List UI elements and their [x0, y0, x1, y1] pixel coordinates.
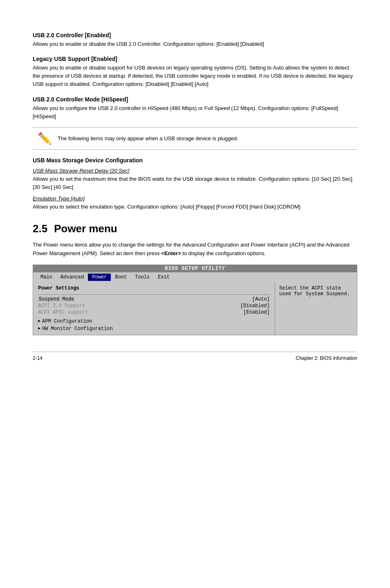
chapter-intro: The Power menu items allow you to change…	[33, 241, 357, 258]
note-icon: ✏️	[38, 132, 52, 145]
emulation-type-heading: Emulation Type [Auto]	[33, 195, 357, 202]
bios-screen: BIOS SETUP UTILITY Main Advanced Power B…	[33, 265, 357, 335]
usb-mass-storage-heading: USB Mass Storage Device Configuration	[33, 157, 357, 164]
bios-label-acpi20: ACPI 2.0 Support	[38, 303, 85, 309]
chapter-title-text: Power menu	[54, 222, 117, 235]
chapter-number: 2.5	[33, 222, 47, 235]
bios-body: Power Settings Suspend Mode [Auto] ACPI …	[33, 282, 357, 335]
legacy-usb-body: Allows you to enable or disable support …	[33, 64, 357, 88]
reset-delay-body: Allows you to set the maximum time that …	[33, 175, 357, 191]
bios-arrow-hwmon: ►	[38, 326, 40, 331]
bios-submenu-hwmon[interactable]: ► HW Monitor Configuration	[38, 326, 270, 332]
bios-menu-main[interactable]: Main	[36, 274, 56, 281]
note-text: The following items may only appear when…	[58, 135, 238, 141]
usb-controller-mode-heading: USB 2.0 Controller Mode [HiSpeed]	[33, 96, 357, 103]
enter-key-text: <Enter>	[161, 250, 181, 256]
bios-submenu-apm-label: APM Configuration	[42, 319, 92, 324]
bios-section-label: Power Settings	[38, 285, 270, 291]
bios-arrow-apm: ►	[38, 319, 40, 323]
chapter-title: 2.5 Power menu	[33, 222, 357, 235]
bios-value-acpi-apic: [Enabled]	[243, 310, 270, 315]
usb-controller-section: USB 2.0 Controller [Enabled] Allows you …	[33, 32, 357, 48]
bios-item-suspend-mode[interactable]: Suspend Mode [Auto]	[38, 296, 270, 302]
emulation-type-item: Emulation Type [Auto] Allows you to sele…	[33, 195, 357, 211]
footer-left: 2-14	[33, 355, 43, 361]
usb-controller-body: Allows you to enable or disable the USB …	[33, 40, 357, 48]
usb-mass-storage-section: USB Mass Storage Device Configuration US…	[33, 157, 357, 211]
bios-menu-tools[interactable]: Tools	[131, 274, 154, 281]
bios-item-acpi20[interactable]: ACPI 2.0 Support [Disabled]	[38, 303, 270, 309]
bios-menu-bar: Main Advanced Power Boot Tools Exit	[33, 272, 357, 282]
note-box: ✏️ The following items may only appear w…	[33, 127, 357, 150]
bios-menu-boot[interactable]: Boot	[111, 274, 131, 281]
page-footer: 2-14 Chapter 2: BIOS information	[33, 352, 357, 361]
bios-right-panel: Select the ACPI state used for System Su…	[275, 282, 357, 335]
bios-value-suspend-mode: [Auto]	[252, 296, 270, 302]
usb-controller-heading: USB 2.0 Controller [Enabled]	[33, 32, 357, 38]
usb-controller-mode-body: Allows you to configure the USB 2.0 cont…	[33, 104, 357, 121]
bios-menu-exit[interactable]: Exit	[154, 274, 174, 281]
bios-left-panel: Power Settings Suspend Mode [Auto] ACPI …	[33, 282, 275, 335]
bios-menu-power[interactable]: Power	[88, 274, 111, 281]
reset-delay-item: USB Mass Storage Reset Delay [20 Sec] Al…	[33, 168, 357, 191]
bios-value-acpi20: [Disabled]	[240, 303, 270, 309]
reset-delay-heading: USB Mass Storage Reset Delay [20 Sec]	[33, 168, 357, 174]
power-menu-chapter: 2.5 Power menu The Power menu items allo…	[33, 222, 357, 335]
bios-item-acpi-apic[interactable]: ACPI APIC support [Enabled]	[38, 310, 270, 315]
legacy-usb-section: Legacy USB Support [Enabled] Allows you …	[33, 56, 357, 88]
footer-right: Chapter 2: BIOS information	[296, 355, 357, 361]
bios-help-text: Select the ACPI state used for System Su…	[279, 285, 353, 297]
bios-label-acpi-apic: ACPI APIC support	[38, 310, 88, 315]
usb-controller-mode-section: USB 2.0 Controller Mode [HiSpeed] Allows…	[33, 96, 357, 121]
bios-label-suspend-mode: Suspend Mode	[38, 296, 75, 302]
bios-submenu-hwmon-label: HW Monitor Configuration	[42, 326, 113, 332]
bios-divider-1	[38, 294, 270, 295]
bios-header: BIOS SETUP UTILITY	[33, 265, 357, 272]
legacy-usb-heading: Legacy USB Support [Enabled]	[33, 56, 357, 62]
bios-menu-advanced[interactable]: Advanced	[56, 274, 88, 281]
bios-submenu-apm[interactable]: ► APM Configuration	[38, 319, 270, 324]
emulation-type-body: Allows you to select the emulation type.…	[33, 203, 357, 211]
